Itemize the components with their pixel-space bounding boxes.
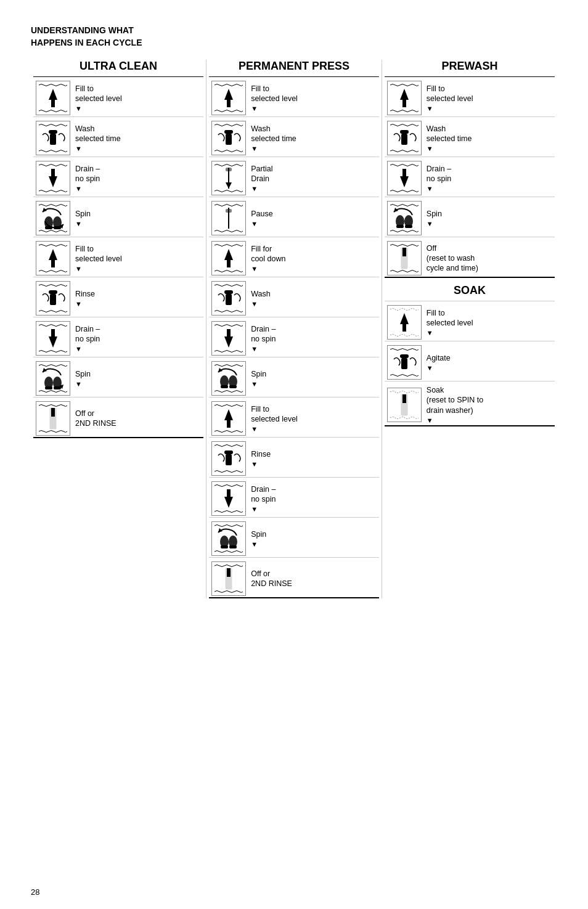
col-header-prewash: PREWASH [385, 60, 555, 77]
step-text: Off or2ND RINSE [251, 569, 292, 589]
arrow-indicator: ▼ [427, 105, 433, 112]
step-text: Wash [251, 289, 271, 299]
svg-rect-27 [226, 168, 232, 171]
step-text: Off or2ND RINSE [75, 409, 116, 429]
svg-marker-39 [224, 409, 233, 428]
arrow-indicator: ▼ [75, 265, 82, 272]
step-text: Rinse [251, 449, 271, 459]
arrow-indicator: ▼ [75, 345, 82, 353]
svg-marker-10 [49, 249, 57, 267]
rinse-icon [36, 281, 70, 316]
step-text: Drain –no spin [427, 164, 451, 184]
prewash-soak-steps: Fill toselected level ▼ [382, 77, 557, 598]
arrow-indicator: ▼ [251, 540, 258, 548]
step-text: Agitate [427, 353, 451, 363]
spin-icon-3 [211, 521, 246, 556]
arrow-indicator: ▼ [251, 505, 258, 513]
spin-icon [36, 201, 70, 235]
arrow-indicator: ▼ [251, 105, 258, 112]
arrow-indicator: ▼ [427, 220, 433, 227]
arrow-indicator: ▼ [427, 417, 433, 424]
step-row: Rinse ▼ [33, 277, 203, 317]
col-header-permanent-press: PERMANENT PRESS [209, 60, 379, 77]
svg-rect-16 [45, 386, 52, 389]
arrow-indicator: ▼ [251, 460, 258, 468]
svg-rect-60 [402, 248, 406, 256]
svg-marker-3 [49, 169, 57, 187]
arrow-indicator: ▼ [75, 185, 82, 192]
svg-rect-45 [221, 545, 228, 548]
arrow-indicator: ▼ [251, 145, 258, 152]
svg-rect-17 [54, 386, 61, 389]
step-row: Fill toselected level ▼ [209, 77, 379, 117]
step-text: Washselected time [427, 124, 472, 144]
arrow-indicator: ▼ [251, 185, 258, 192]
step-row: Washselected time ▼ [209, 117, 379, 157]
svg-rect-21 [51, 408, 55, 417]
svg-rect-24 [226, 134, 232, 145]
svg-rect-37 [229, 385, 237, 388]
step-row: Off(reset to washcycle and time) [385, 237, 555, 278]
arrow-indicator: ▼ [427, 364, 433, 372]
svg-marker-42 [224, 489, 233, 508]
fill-cool-icon [211, 241, 246, 275]
step-row: Washselected time ▼ [385, 117, 555, 157]
step-row: Drain –no spin ▼ [209, 317, 379, 357]
wash-icon [387, 121, 422, 155]
step-row: Fill toselected level ▼ [209, 397, 379, 438]
arrow-indicator: ▼ [251, 345, 258, 353]
svg-marker-61 [400, 313, 409, 332]
svg-rect-36 [221, 385, 228, 388]
step-row: Spin ▼ [385, 197, 555, 237]
svg-rect-12 [50, 294, 56, 305]
step-row: Soak(reset to SPIN todrain washer) ▼ [385, 381, 555, 426]
step-text: Drain –no spin [75, 324, 100, 344]
drain-icon [211, 321, 246, 356]
step-text: Off(reset to washcycle and time) [427, 243, 478, 274]
off-reset-icon [387, 241, 422, 275]
step-text: Fill toselected level [75, 84, 122, 104]
arrow-indicator: ▼ [427, 329, 433, 336]
soak-icon [387, 388, 422, 422]
step-row: Pause ▼ [209, 197, 379, 237]
step-row: Fill toselected level ▼ [385, 301, 555, 341]
arrow-indicator: ▼ [75, 380, 82, 388]
step-row: Spin ▼ [33, 357, 203, 397]
arrow-indicator: ▼ [75, 105, 82, 112]
ultra-clean-steps: Fill toselected level ▼ [31, 77, 206, 598]
wash-icon [36, 121, 70, 155]
step-text: Fill toselected level [427, 308, 473, 328]
step-row: Off or2ND RINSE [209, 558, 379, 598]
arrow-indicator: ▼ [251, 265, 258, 272]
svg-rect-29 [226, 209, 232, 213]
svg-rect-52 [401, 134, 407, 145]
step-text: Washselected time [75, 124, 121, 144]
step-text: Spin [75, 209, 91, 219]
svg-marker-26 [226, 182, 232, 189]
svg-rect-63 [401, 358, 407, 369]
step-row: Drain –no spin ▼ [33, 317, 203, 357]
permanent-press-steps: Fill toselected level ▼ [206, 77, 382, 598]
step-text: Spin [251, 369, 266, 379]
spin-icon [211, 361, 246, 396]
arrow-indicator: ▼ [251, 220, 258, 227]
step-row: Washselected time ▼ [33, 117, 203, 157]
svg-marker-30 [224, 249, 233, 267]
svg-rect-46 [229, 545, 237, 548]
svg-rect-9 [54, 226, 61, 229]
off-icon-2 [211, 561, 246, 596]
svg-rect-8 [45, 226, 52, 229]
arrow-indicator: ▼ [427, 145, 433, 152]
step-text: Drain –no spin [251, 324, 276, 344]
svg-rect-40 [224, 450, 233, 454]
arrow-indicator: ▼ [251, 425, 258, 433]
svg-rect-62 [400, 354, 409, 358]
fill-icon-soak [387, 305, 422, 340]
svg-rect-32 [226, 294, 232, 305]
arrow-indicator: ▼ [75, 300, 82, 308]
svg-marker-53 [400, 169, 409, 187]
arrow-indicator: ▼ [251, 300, 258, 308]
step-row: Wash ▼ [209, 277, 379, 317]
col-header-ultra-clean: ULTRA CLEAN [33, 60, 203, 77]
step-text: Fill toselected level [75, 244, 122, 264]
